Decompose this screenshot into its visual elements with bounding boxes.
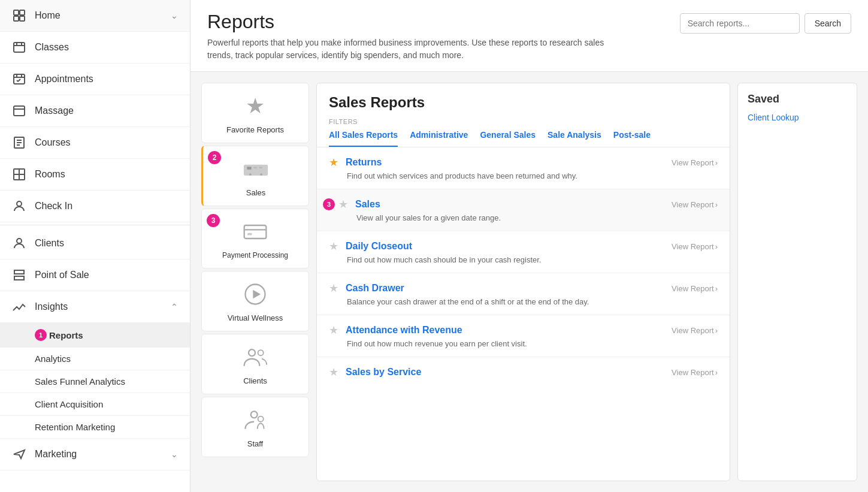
sidebar-sub-item-reports[interactable]: 1 Reports [0, 323, 190, 348]
sidebar-sub-item-salesfunnel[interactable]: Sales Funnel Analytics [0, 370, 190, 393]
content-area: ★ Favorite Reports 2 Sales 3 Payment Pro… [190, 72, 868, 492]
view-report-dailycloseout[interactable]: View Report › [672, 242, 718, 251]
search-button[interactable]: Search [805, 13, 851, 34]
home-icon [12, 8, 26, 23]
sales-icon [241, 155, 270, 183]
filter-tab-generalsales[interactable]: General Sales [480, 130, 536, 147]
svg-rect-30 [259, 167, 263, 168]
reports-list: ★ Returns View Report › Find out which s… [317, 147, 730, 481]
report-row-sales: 3 ★ Sales View Report › View all your sa… [317, 189, 730, 231]
report-row-attendancerevenue: ★ Attendance with Revenue View Report › … [317, 315, 730, 357]
view-report-returns[interactable]: View Report › [672, 158, 718, 167]
svg-line-13 [18, 79, 20, 82]
sidebar-sub-item-clientacquisition[interactable]: Client Acquisition [0, 393, 190, 416]
search-area: Search [680, 11, 851, 34]
sidebar-item-label: Point of Sale [35, 270, 178, 280]
sidebar-item-massage[interactable]: Massage [0, 95, 190, 127]
chevron-down-icon: ⌄ [171, 449, 178, 459]
filters-label: FILTERS [329, 118, 718, 125]
courses-icon [12, 135, 26, 150]
pointofsale-icon [12, 268, 26, 282]
sidebar-item-rooms[interactable]: Rooms [0, 159, 190, 191]
category-list: ★ Favorite Reports 2 Sales 3 Payment Pro… [201, 83, 309, 481]
sidebar-item-home[interactable]: Home ⌄ [0, 0, 190, 32]
sales-category-badge: 2 [208, 151, 221, 164]
saved-title: Saved [748, 93, 847, 105]
svg-point-40 [251, 411, 258, 418]
search-input[interactable] [680, 13, 800, 34]
report-row-salesbyservice: ★ Sales by Service View Report › [317, 357, 730, 387]
sidebar: Home ⌄ Classes Appointments Massage Cour… [0, 0, 190, 492]
filter-tab-saleanalysis[interactable]: Sale Analysis [548, 130, 601, 147]
star-cashdrawer[interactable]: ★ [329, 282, 338, 295]
category-label: Sales [246, 188, 266, 197]
reports-badge: 1 [35, 329, 47, 341]
svg-point-24 [17, 239, 22, 243]
svg-rect-3 [20, 16, 25, 21]
svg-rect-33 [244, 225, 267, 239]
star-salesbyservice[interactable]: ★ [329, 366, 338, 379]
sidebar-sub-item-retentionmarketing[interactable]: Retention Marketing [0, 416, 190, 439]
category-item-favorites[interactable]: ★ Favorite Reports [201, 83, 309, 143]
staff-icon [241, 406, 270, 434]
report-desc-cashdrawer: Balance your cash drawer at the end of a… [329, 297, 718, 306]
view-report-attendancerevenue[interactable]: View Report › [672, 326, 718, 335]
sales-report-badge: 3 [323, 198, 335, 210]
category-item-payment[interactable]: 3 Payment Processing [201, 209, 309, 268]
svg-marker-37 [253, 290, 261, 299]
svg-point-39 [258, 350, 264, 355]
sidebar-item-classes[interactable]: Classes [0, 32, 190, 64]
sidebar-item-appointments[interactable]: Appointments [0, 64, 190, 95]
sidebar-item-clients[interactable]: Clients [0, 228, 190, 259]
sidebar-sub-label: Sales Funnel Analytics [35, 376, 125, 387]
category-item-virtualwellness[interactable]: Virtual Wellness [201, 271, 309, 331]
svg-rect-4 [14, 43, 25, 52]
category-item-clients[interactable]: Clients [201, 334, 309, 394]
category-item-staff[interactable]: Staff [201, 397, 309, 457]
star-dailycloseout[interactable]: ★ [329, 240, 338, 253]
sidebar-item-label: Appointments [35, 74, 178, 84]
report-name-dailycloseout[interactable]: Daily Closeout [346, 241, 664, 252]
svg-rect-35 [247, 233, 252, 236]
report-name-salesbyservice[interactable]: Sales by Service [346, 367, 664, 378]
clients2-icon [241, 343, 270, 372]
star-returns[interactable]: ★ [329, 156, 338, 169]
star-attendancerevenue[interactable]: ★ [329, 324, 338, 337]
sidebar-item-pointofsale[interactable]: Point of Sale [0, 259, 190, 291]
category-item-sales[interactable]: 2 Sales [201, 146, 309, 206]
svg-rect-8 [14, 74, 25, 84]
report-name-sales[interactable]: Sales [355, 199, 664, 210]
view-report-sales[interactable]: View Report › [672, 200, 718, 209]
reports-panel: Sales Reports FILTERS All Sales Reports … [316, 83, 730, 481]
report-name-cashdrawer[interactable]: Cash Drawer [346, 283, 664, 294]
page-title-area: Reports Powerful reports that help you m… [207, 11, 680, 62]
play-icon [241, 280, 270, 309]
filter-tab-postsale[interactable]: Post-sale [613, 130, 651, 147]
report-desc-sales: View all your sales for a given date ran… [329, 213, 718, 222]
sidebar-item-label: Check In [35, 201, 178, 212]
svg-rect-29 [253, 167, 257, 168]
saved-link-clientlookup[interactable]: Client Lookup [748, 113, 847, 122]
sidebar-item-label: Classes [35, 42, 178, 53]
svg-rect-27 [244, 165, 268, 176]
star-sales[interactable]: ★ [338, 198, 348, 211]
page-description: Powerful reports that help you make info… [207, 37, 627, 62]
category-label: Favorite Reports [226, 125, 284, 134]
view-report-salesbyservice[interactable]: View Report › [672, 368, 718, 377]
report-name-returns[interactable]: Returns [346, 157, 664, 168]
star-icon: ★ [241, 92, 270, 120]
sidebar-item-checkin[interactable]: Check In [0, 191, 190, 222]
report-name-attendancerevenue[interactable]: Attendance with Revenue [346, 325, 664, 336]
sidebar-item-insights[interactable]: Insights ⌃ [0, 291, 190, 323]
sidebar-item-courses[interactable]: Courses [0, 127, 190, 159]
filter-tab-administrative[interactable]: Administrative [410, 130, 468, 147]
page-header: Reports Powerful reports that help you m… [190, 0, 868, 72]
sidebar-sub-item-analytics[interactable]: Analytics [0, 348, 190, 370]
sidebar-sub-label: Retention Marketing [35, 422, 115, 432]
sidebar-sub-label: Analytics [35, 354, 71, 364]
clients-icon [12, 236, 26, 250]
svg-point-31 [249, 173, 252, 176]
filter-tab-all[interactable]: All Sales Reports [329, 130, 398, 147]
sidebar-item-marketing[interactable]: Marketing ⌄ [0, 439, 190, 470]
view-report-cashdrawer[interactable]: View Report › [672, 284, 718, 293]
